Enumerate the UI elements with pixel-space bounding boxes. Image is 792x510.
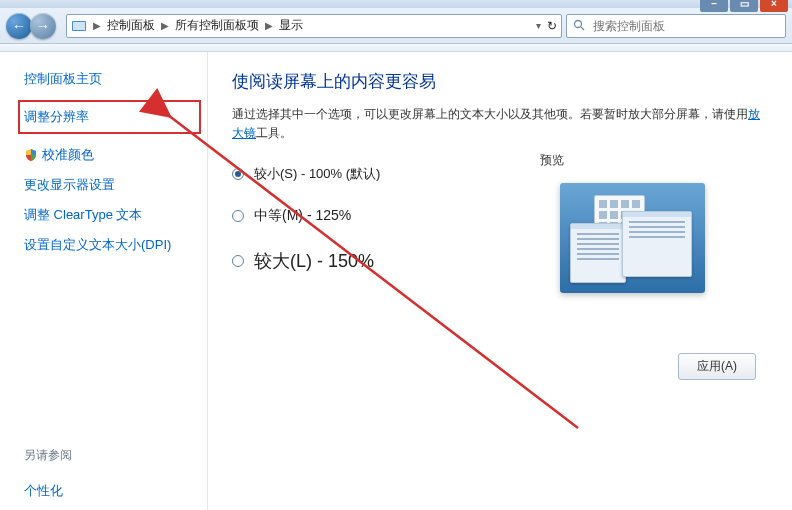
radio-icon (232, 168, 244, 180)
nav-buttons: ← → (6, 12, 62, 40)
control-panel-icon (71, 18, 87, 34)
sidebar-item-change-display-settings[interactable]: 更改显示器设置 (24, 176, 195, 194)
option-label: 较小(S) - 100% (默认) (254, 165, 380, 183)
sidebar-item-adjust-cleartype[interactable]: 调整 ClearType 文本 (24, 206, 195, 224)
sidebar-item-label: 校准颜色 (42, 146, 94, 164)
window-close-button[interactable]: × (760, 0, 788, 12)
search-icon (573, 17, 585, 35)
chevron-right-icon: ▶ (93, 20, 101, 31)
back-button[interactable]: ← (6, 13, 32, 39)
sidebar-item-calibrate-color[interactable]: 校准颜色 (24, 146, 195, 164)
option-label: 较大(L) - 150% (254, 249, 374, 273)
search-input[interactable] (591, 18, 779, 34)
breadcrumb-item[interactable]: 显示 (279, 17, 303, 34)
svg-point-2 (575, 20, 582, 27)
sidebar: 控制面板主页 调整分辨率 校准颜色 更改显示器设置 调整 ClearType 文… (0, 52, 208, 510)
preview-thumbnail (560, 183, 705, 293)
chevron-down-icon[interactable]: ▾ (536, 20, 541, 31)
chevron-right-icon: ▶ (265, 20, 273, 31)
page-title: 使阅读屏幕上的内容更容易 (232, 70, 768, 93)
chevron-right-icon: ▶ (161, 20, 169, 31)
breadcrumb-item[interactable]: 所有控制面板项 (175, 17, 259, 34)
preview-area: 预览 (540, 152, 760, 293)
see-also-personalization-link[interactable]: 个性化 (24, 482, 195, 500)
window-minimize-button[interactable]: – (700, 0, 728, 12)
svg-rect-1 (73, 22, 85, 30)
sidebar-item-label: 更改显示器设置 (24, 176, 115, 194)
radio-icon (232, 210, 244, 222)
refresh-icon[interactable]: ↻ (547, 19, 557, 33)
see-also-heading: 另请参阅 (24, 387, 195, 464)
breadcrumb-item[interactable]: 控制面板 (107, 17, 155, 34)
preview-window-icon (622, 211, 692, 277)
nav-bar: ← → ▶ 控制面板 ▶ 所有控制面板项 ▶ 显示 ▾ ↻ (0, 8, 792, 44)
sidebar-item-label: 设置自定义文本大小(DPI) (24, 236, 171, 254)
svg-line-3 (581, 27, 584, 30)
preview-label: 预览 (540, 152, 760, 169)
apply-button[interactable]: 应用(A) (678, 353, 756, 380)
sidebar-item-label: 调整分辨率 (24, 108, 89, 126)
address-bar[interactable]: ▶ 控制面板 ▶ 所有控制面板项 ▶ 显示 ▾ ↻ (66, 14, 562, 38)
title-bar: – ▭ × (0, 0, 792, 8)
sidebar-item-adjust-resolution[interactable]: 调整分辨率 (18, 100, 201, 134)
content-area: 使阅读屏幕上的内容更容易 通过选择其中一个选项，可以更改屏幕上的文本大小以及其他… (208, 52, 792, 510)
control-panel-home-link[interactable]: 控制面板主页 (24, 70, 195, 88)
forward-button[interactable]: → (30, 13, 56, 39)
toolbar (0, 44, 792, 52)
radio-icon (232, 255, 244, 267)
option-label: 中等(M) - 125% (254, 207, 351, 225)
preview-window-icon (570, 223, 626, 283)
page-description: 通过选择其中一个选项，可以更改屏幕上的文本大小以及其他项。若要暂时放大部分屏幕，… (232, 105, 768, 143)
shield-icon (24, 148, 38, 162)
window-maximize-button[interactable]: ▭ (730, 0, 758, 12)
sidebar-item-label: 调整 ClearType 文本 (24, 206, 142, 224)
sidebar-item-custom-text-size[interactable]: 设置自定义文本大小(DPI) (24, 236, 195, 254)
search-box[interactable] (566, 14, 786, 38)
